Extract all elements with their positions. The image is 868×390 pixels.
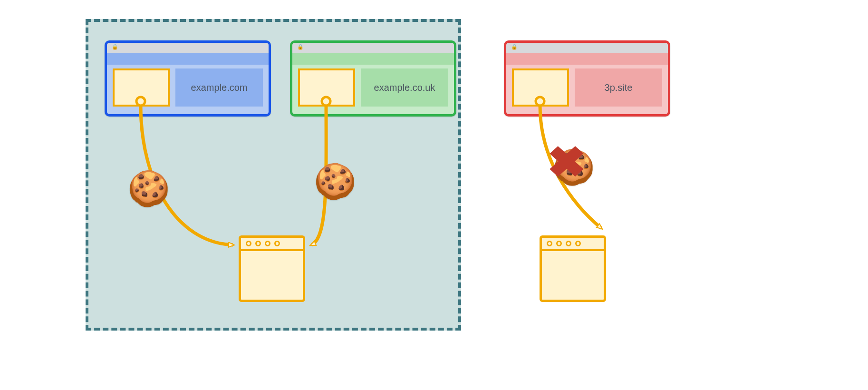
server-header	[241, 238, 303, 251]
titlebar	[292, 43, 454, 53]
embedded-iframe	[512, 68, 569, 107]
browser-3p-site: 3p.site	[504, 40, 670, 117]
embedded-iframe	[298, 68, 355, 107]
site-label: example.co.uk	[361, 68, 448, 107]
toolbar	[292, 53, 454, 65]
cookie-icon: 🍪	[314, 164, 357, 198]
server-first-party	[239, 235, 305, 302]
browser-example-com: example.com	[105, 40, 271, 117]
blocked-x-icon: ✖	[547, 140, 587, 183]
site-label: 3p.site	[575, 68, 662, 107]
titlebar	[107, 43, 269, 53]
toolbar	[107, 53, 269, 65]
cookie-icon: 🍪	[127, 171, 170, 205]
browser-example-co-uk: example.co.uk	[290, 40, 456, 117]
server-header	[542, 238, 604, 251]
titlebar	[506, 43, 668, 53]
server-third-party	[540, 235, 606, 302]
site-label: example.com	[175, 68, 263, 107]
embedded-iframe	[113, 68, 170, 107]
toolbar	[506, 53, 668, 65]
